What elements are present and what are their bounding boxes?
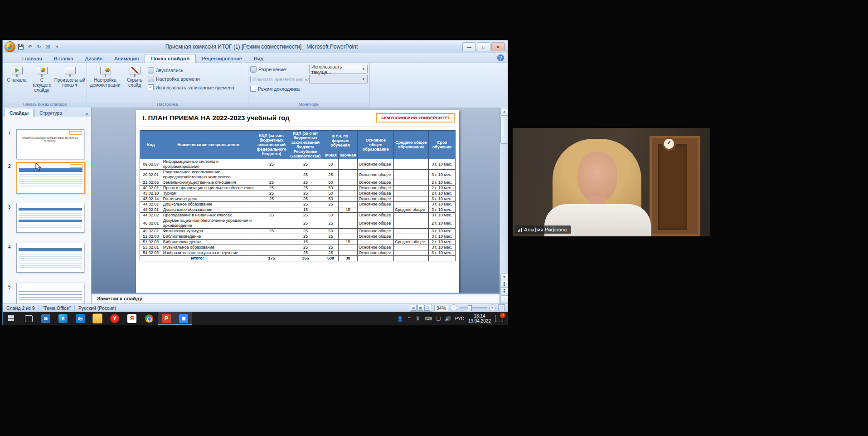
yandex-app-icon[interactable]: Я [123,312,141,325]
from-current-slide-button[interactable]: С текущего слайда [30,65,54,93]
cell-full-time: 25 [323,218,339,229]
taskbar-clock[interactable]: 13:14 19.04.2022 [468,314,491,323]
network-icon[interactable]: 🖵 [436,316,441,322]
tab-vstavka[interactable]: Вставка [48,54,79,63]
tab-retsenzirovanie[interactable]: Рецензирование [196,54,248,63]
office-button[interactable] [5,41,15,52]
cell-rb: 25 [288,191,323,196]
powerpoint-taskbar-icon[interactable]: P [158,312,175,325]
cell-osn [358,207,394,213]
tab-glavnaya[interactable]: Главная [16,54,48,63]
tab-outline[interactable]: Структура [34,109,67,117]
record-narration-item[interactable]: Звукозапись [148,66,234,74]
hide-slide-button[interactable]: Скрыть слайд [122,65,147,88]
store-app-icon[interactable]: 🛍 [72,312,89,325]
chrome-icon[interactable] [141,312,158,325]
scroll-up-icon[interactable]: ▲ [500,108,508,116]
group-start-slideshow: С начала С текущего слайда Произвольный … [3,63,87,108]
vertical-scrollbar[interactable]: ▲ ▼ ▲▲ ▼▼ ◦ [499,108,508,304]
cell-rb: 25 [288,229,323,234]
custom-show-button[interactable]: Произвольный показ ▾ [55,65,85,88]
notification-center-icon[interactable]: 3 [495,315,503,322]
cell-code: 09.02.07 [140,159,162,170]
slide-thumbnail-5[interactable] [16,283,84,304]
volume-icon[interactable]: 🔊 [445,316,451,322]
next-slide-icon[interactable]: ▼▼ [500,287,508,296]
cell-name: Физическая культура [162,229,255,234]
repeat-icon[interactable]: ↻ [35,44,43,50]
cell-full-time: 50 [323,229,339,234]
cell-full-time: 25 [323,234,339,240]
edge-browser-icon[interactable]: e [54,312,72,325]
tab-vid[interactable]: Вид [248,54,269,63]
maximize-button[interactable]: □ [477,42,490,51]
from-beginning-button[interactable]: С начала [5,65,29,83]
use-timings-checkbox[interactable]: ✓ Использовать записанные времена [148,83,234,91]
minimize-button[interactable]: — [462,42,476,51]
hidden-icons-chevron[interactable]: ⌃ [407,316,411,322]
cell-osn: Основное общее [358,218,394,229]
current-slide[interactable]: I. ПЛАН ПРИЕМА НА 2022-2023 учебный год … [136,110,459,294]
slide-thumbnail-1[interactable]: ПРИЕМНАЯ КОМИССИЯ КОЛЛЕДЖ ФГБОУ ВО «БГПУ… [16,129,84,159]
slide-thumbnail-4[interactable] [16,243,84,273]
task-view-button[interactable] [20,312,37,325]
notes-pane[interactable]: Заметки к слайду [92,294,499,304]
show-on-label: Показать презентацию на: [250,75,307,83]
start-button[interactable] [3,312,20,325]
save-icon[interactable]: 💾 [17,44,24,50]
tab-slides[interactable]: Слайды [5,109,34,117]
language-switch[interactable]: РУС [455,316,464,321]
tab-dizain[interactable]: Дизайн [79,54,109,63]
total-osn [358,256,394,261]
file-explorer-icon[interactable] [89,312,106,325]
tab-pokaz-slaidov[interactable]: Показ слайдов [145,54,196,63]
fit-to-window-icon[interactable]: ⛶ [498,304,505,311]
cell-code: 54.02.06 [140,250,162,256]
help-icon[interactable]: ? [497,54,504,61]
checkbox-checked-icon: ✓ [148,84,154,90]
keyboard-icon[interactable]: ⌨ [425,316,432,322]
total-sred [394,256,429,261]
cell-code: 46.02.01 [140,218,162,229]
zoom-out-icon[interactable]: − [451,304,457,311]
cell-part-time [339,229,358,234]
total-part-time: 30 [339,256,358,261]
normal-view-icon[interactable]: ⊞ [411,305,417,311]
bold-icon[interactable]: Ж [44,44,52,49]
yandex-browser-icon[interactable]: Y [106,312,123,325]
cell-sred [394,196,429,202]
group-label-setup: Настройка [87,101,248,108]
customize-qat-icon[interactable]: ▾ [53,45,61,49]
cell-code: 44.02.01 [140,207,162,213]
total-rb: 355 [288,256,323,261]
presenter-mode-checkbox[interactable]: Режим докладчика [250,85,300,93]
close-pane-icon[interactable]: ✕ [85,112,88,117]
mic-icon[interactable]: 🎙 [416,316,421,321]
setup-show-button[interactable]: Настройка демонстрации [89,65,121,88]
plan-table-body: 09.02.07 Информационные системы и програ… [140,159,456,256]
tab-animatsiya[interactable]: Анимация [108,54,145,63]
language-indicator[interactable]: Русский (Россия) [75,305,120,311]
cell-sred [394,159,429,170]
cell-code: 43.02.14 [140,196,162,202]
thumb-number: 2 [8,164,11,169]
window-title: Приемная комиссия ИТОГ (1) [Режим совмес… [61,44,462,50]
slide-thumbnail-2[interactable] [16,162,85,194]
scrollbar-thumb[interactable] [500,116,508,144]
undo-icon[interactable]: ↶ [26,44,34,50]
zoom-slider-handle[interactable] [468,305,472,311]
slide-sorter-icon[interactable]: ▦ [417,305,423,311]
rehearse-timings-item[interactable]: Настройка времени [148,75,234,83]
mail-app-icon[interactable]: ✉ [37,312,54,325]
video-meeting-icon[interactable]: ▣ [175,312,192,325]
people-icon[interactable]: 👤 [397,316,403,322]
zoom-slider[interactable] [460,307,487,309]
slide-thumbnail-3[interactable] [16,203,84,233]
zoom-in-icon[interactable]: + [489,304,496,311]
webcam-video[interactable]: Альфия Рифовна [513,128,710,236]
slideshow-view-icon[interactable]: 🗖 [424,305,430,311]
close-button[interactable]: ✕ [491,42,505,51]
cell-part-time [339,170,358,180]
resolution-dropdown[interactable]: Использовать текуще...▼ [309,65,368,73]
select-browse-object-icon[interactable]: ◦ [500,295,508,303]
